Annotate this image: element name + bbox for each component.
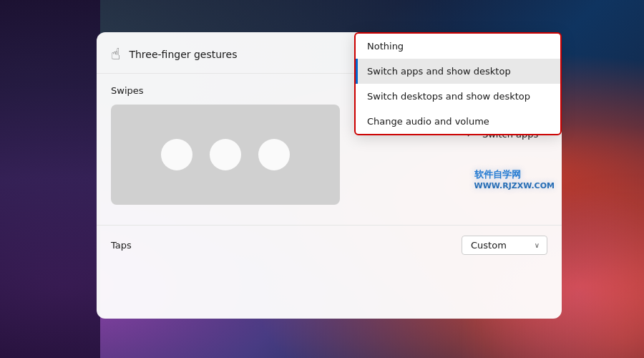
gesture-visual <box>111 105 340 205</box>
hand-icon: ☝ <box>111 45 120 63</box>
dropdown-item-switch-apps-show[interactable]: Switch apps and show desktop <box>356 59 560 84</box>
dropdown-item-change-audio[interactable]: Change audio and volume <box>356 109 560 134</box>
finger-dot-2 <box>210 139 241 170</box>
watermark: 软件自学网 WWW.RJZXW.COM <box>474 168 555 190</box>
taps-row: Taps Custom ∨ <box>97 225 562 265</box>
taps-dropdown[interactable]: Custom ∨ <box>462 236 547 255</box>
swipes-dropdown-menu[interactable]: Nothing Switch apps and show desktop Swi… <box>354 32 562 135</box>
section-title: Three-finger gestures <box>129 49 237 60</box>
finger-dot-3 <box>258 139 290 170</box>
watermark-line1: 软件自学网 <box>474 168 555 181</box>
finger-dot-1 <box>161 139 192 170</box>
watermark-line2: WWW.RJZXW.COM <box>474 181 555 190</box>
taps-dropdown-value: Custom <box>471 240 507 251</box>
dropdown-item-switch-desktops[interactable]: Switch desktops and show desktop <box>356 84 560 109</box>
taps-label: Taps <box>111 240 132 251</box>
background-left <box>0 0 100 358</box>
header-left: ☝ Three-finger gestures <box>111 45 237 63</box>
dropdown-item-nothing[interactable]: Nothing <box>356 34 560 59</box>
taps-dropdown-chevron: ∨ <box>535 241 540 249</box>
